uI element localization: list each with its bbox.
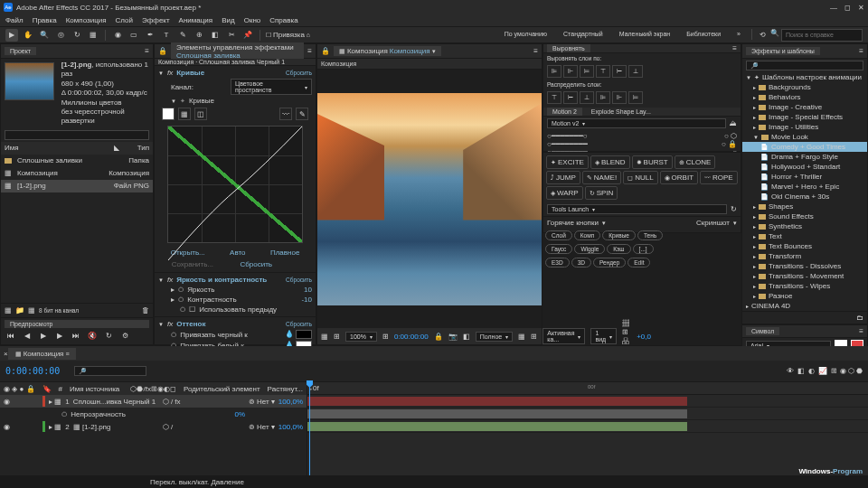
motion-burst[interactable]: ✹ BURST [632,155,673,169]
motion-preset-dropdown[interactable]: Motion v2 [547,118,726,128]
composition-preview[interactable] [317,93,542,305]
tools-launch-dropdown[interactable]: Tools Launch [547,204,727,214]
timeline-property[interactable]: Ö Непрозрачность 0% [0,408,307,420]
tree-folder[interactable]: ▸Transitions - Dissolves [742,261,867,271]
brightness-contrast-effect[interactable]: Яркость и контрастность [176,276,267,284]
viewer-subtab[interactable]: Композиция [317,59,542,70]
pen-tool[interactable]: ✒ [144,29,156,42]
menu-help[interactable]: Справка [269,16,297,24]
play-icon[interactable]: ▶ [37,330,50,341]
explode-tab[interactable]: Explode Shape Lay... [586,108,656,116]
hk-curves[interactable]: Кривые [602,230,636,240]
curve-channel-icon[interactable]: ▦ [178,108,191,120]
tree-folder[interactable]: ▸Sound Effects [742,211,867,221]
opacity-value[interactable]: 0% [234,410,245,418]
timeline-layer[interactable]: ◉ ▸ ▦1 Сплошн...ивка Черный 1 ⬡ / fx ⊚ Н… [0,395,307,408]
timeline-layer[interactable]: ◉ ▸ ▦2 ▦ [1-2].png ⬡ / ⊚ Нет ▾ 100,0% [0,420,307,433]
playhead[interactable] [309,382,310,488]
motion-rope[interactable]: 〰 ROPE [700,171,738,184]
motion-null[interactable]: ◻ NULL [623,171,657,184]
list-item[interactable]: Сплошные заливкиПапка [1,155,153,167]
curve-pencil-icon[interactable]: ✎ [296,108,308,120]
first-frame-icon[interactable]: ⏮ [5,330,17,341]
dist-right-icon[interactable]: ⊨ [628,91,643,104]
motion-spin[interactable]: ↻ SPIN [585,186,618,200]
selection-tool[interactable]: ▶ [5,29,18,42]
hk-edit[interactable]: Edit [627,258,650,267]
menu-effect[interactable]: Эффект [142,16,170,24]
hk-comp[interactable]: Комп [574,230,600,240]
align-top-icon[interactable]: ⊤ [596,65,610,78]
align-hcenter-icon[interactable]: ⊩ [563,65,578,78]
timeline-tab[interactable]: ▦ Композиция ≡ [8,348,77,360]
eraser-tool[interactable]: ◧ [209,29,222,42]
lock-icon[interactable]: 🔒 [321,47,330,55]
current-time[interactable]: 0:00:00:00 [0,366,65,376]
panel-menu-icon[interactable]: ≡ [533,47,538,55]
tree-preset[interactable]: 📄 Old Cinema + 30s [742,192,867,202]
char-tab[interactable]: Символ [746,327,779,335]
tree-preset[interactable]: 📄 Hollywood + Standart [742,162,867,172]
ws-default[interactable]: По умолчанию [497,29,554,42]
preview-tab[interactable]: Предпросмотр [5,320,149,328]
reset-ws-icon[interactable]: ⟲ [756,29,769,42]
menu-composition[interactable]: Композиция [66,16,107,24]
presets-search-input[interactable] [746,61,863,70]
curve-tool-icon[interactable]: ◫ [194,108,207,120]
curve-reset-button[interactable]: Сбросить [240,260,272,268]
hand-tool[interactable]: ✋ [22,29,34,42]
tree-preset[interactable]: 📄 Drama + Fargo Style [742,152,867,162]
motion-blend[interactable]: ◈ BLEND [590,155,630,169]
text-tool[interactable]: T [160,29,173,42]
tree-folder[interactable]: ▸Image - Creative [742,102,867,112]
project-tab[interactable]: Проект [5,47,36,55]
timeline-search-input[interactable] [74,366,146,376]
orbit-tool[interactable]: ◎ [54,29,67,42]
tree-folder[interactable]: ▸Backgrounds [742,82,867,92]
tree-folder[interactable]: ▸Transitions - Wipes [742,281,867,291]
align-right-icon[interactable]: ⊨ [580,65,594,78]
tree-preset[interactable]: 📄 Comedy + Good Times [742,142,867,152]
dist-top-icon[interactable]: ⊤ [547,91,561,104]
reset-button[interactable]: Сбросить [286,277,312,283]
menu-window[interactable]: Окно [244,16,261,24]
hk-more[interactable]: [...] [633,244,654,254]
tree-folder[interactable]: ▸Transitions - Movement [742,271,867,281]
reset-button[interactable]: Сбросить [286,321,312,327]
hk-wiggle[interactable]: Wiggle [574,244,605,254]
tree-folder[interactable]: ▸Transform [742,251,867,261]
ws-small[interactable]: Маленький экран [612,29,677,42]
curve-save-button[interactable]: Сохранить... [172,260,213,268]
ws-standard[interactable]: Стандартный [556,29,610,42]
curves-graph[interactable] [167,126,303,243]
mute-icon[interactable]: 🔇 [86,330,99,341]
ruler-icon[interactable]: ⊞ [382,333,389,341]
effect-controls-tab[interactable]: Элементы управления эффектами Сплошная з… [171,42,304,61]
hk-3d[interactable]: 3D [571,258,591,267]
curve-bezier-icon[interactable]: 〰 [279,108,292,120]
tree-preset[interactable]: 📄 Marvel + Hero + Epic [742,182,867,192]
ws-libraries[interactable]: Библиотеки [679,29,728,42]
interpret-icon[interactable]: ▦ [5,306,12,314]
hk-gauss[interactable]: Гаусс [545,244,572,254]
viewer-time[interactable]: 0:00:00:00 [394,333,429,341]
frame-blend-icon[interactable]: ◧ [797,367,805,375]
tree-folder[interactable]: ▸Text Bounces [742,241,867,251]
alpha-toggle-icon[interactable]: ▦ [321,333,328,341]
tree-root[interactable]: ▼✦ Шаблоны настроек анимации [742,72,867,82]
reset-button[interactable]: Сбросить [286,70,312,76]
timeline-tracks[interactable]: ⬥0f 00f [307,382,868,488]
hk-e3d[interactable]: E3D [545,258,570,267]
tint-effect[interactable]: Оттенок [176,320,205,328]
dist-bottom-icon[interactable]: ⊥ [580,91,594,104]
hk-shadow[interactable]: Тень [637,230,663,240]
tree-folder[interactable]: ▸Image - Special Effects [742,112,867,122]
align-tab[interactable]: Выровнять [547,44,590,52]
tree-folder[interactable]: ▸Behaviors [742,92,867,102]
tree-folder[interactable]: ▸Synthetics [742,221,867,231]
motion-blur-icon[interactable]: ◐ [808,367,815,375]
black-swatch[interactable] [296,330,312,339]
hk-layer[interactable]: Слой [545,230,572,240]
close-icon[interactable]: ✕ [858,4,864,12]
new-comp-icon[interactable]: ▦ [28,306,35,314]
